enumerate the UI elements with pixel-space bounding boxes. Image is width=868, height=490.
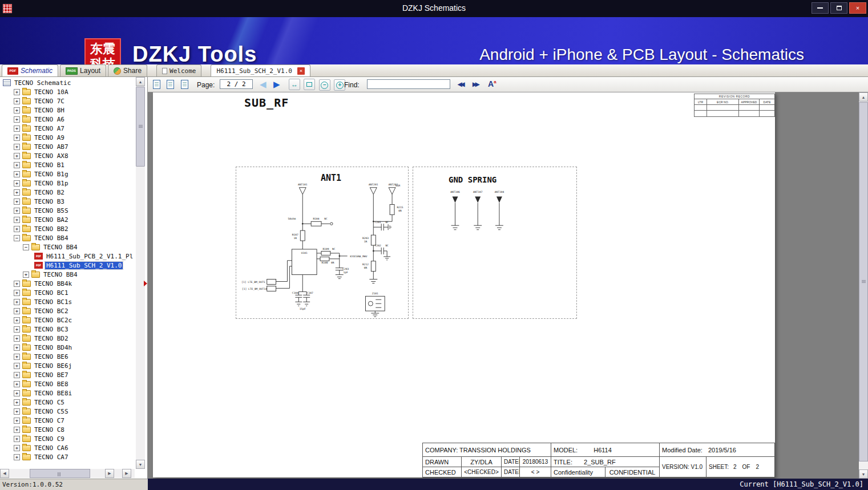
tree-folder-item[interactable]: +TECNO BA2	[0, 215, 134, 224]
tree-folder-item[interactable]: −TECNO BB4	[0, 242, 134, 252]
tree-item-label[interactable]: TECNO BC1	[33, 289, 70, 297]
tree-item-label[interactable]: TECNO CA6	[33, 444, 70, 452]
tree-item-label[interactable]: TECNO BC1s	[33, 298, 73, 306]
tree-item-label[interactable]: TECNO BE7	[33, 371, 70, 379]
scroll-down-icon[interactable]: ▼	[136, 460, 145, 469]
pages-icon[interactable]	[181, 80, 188, 89]
expand-icon[interactable]: +	[14, 208, 20, 214]
tree-item-label[interactable]: TECNO B1g	[33, 171, 70, 178]
expand-panel-icon[interactable]: ▶	[122, 469, 131, 478]
tree-folder-item[interactable]: +TECNO BE6	[0, 352, 134, 361]
scroll-left-icon[interactable]: ◀	[0, 469, 9, 478]
tree-folder-item[interactable]: +TECNO B3	[0, 197, 134, 206]
tree-folder-item[interactable]: +TECNO BD2	[0, 334, 134, 343]
tree-folder-item[interactable]: +TECNO BE7	[0, 370, 134, 379]
tree-folder-item[interactable]: +TECNO 7C	[0, 96, 134, 106]
tree-folder-item[interactable]: +TECNO BC1	[0, 288, 134, 297]
tree-item-label[interactable]: TECNO BD2	[33, 335, 70, 342]
tree-item-label[interactable]: TECNO BC2	[33, 307, 70, 315]
tree-file-item[interactable]: PDFH6111_Sub_SCH_2_V1.0	[0, 261, 134, 270]
expand-icon[interactable]: +	[14, 226, 20, 232]
tree-item-label[interactable]: TECNO C7	[33, 417, 66, 424]
find-previous-icon[interactable]: ◀◀	[458, 81, 463, 87]
expand-icon[interactable]: +	[14, 381, 20, 387]
close-tab-icon[interactable]: ×	[297, 67, 305, 75]
scroll-up-icon[interactable]: ▲	[136, 77, 145, 86]
sidebar-vertical-scrollbar[interactable]: ▲ ▼	[136, 77, 145, 469]
expand-icon[interactable]: +	[14, 399, 20, 406]
tree-item-label[interactable]: TECNO BB4k	[33, 280, 73, 287]
content-vertical-scrollbar[interactable]: ▲ ▼	[859, 92, 868, 479]
minimize-button[interactable]	[812, 2, 829, 14]
tree-folder-item[interactable]: +TECNO C7	[0, 416, 134, 425]
expand-icon[interactable]: +	[14, 162, 20, 168]
tab-share[interactable]: Share	[108, 64, 147, 76]
scroll-down-icon[interactable]: ▼	[859, 469, 868, 479]
collapse-icon[interactable]: −	[14, 235, 20, 241]
tree-item-label[interactable]: TECNO AB7	[33, 143, 70, 151]
tree-folder-item[interactable]: +TECNO BE8	[0, 379, 134, 388]
expand-icon[interactable]: +	[14, 427, 20, 433]
scrollbar-thumb[interactable]	[859, 102, 868, 461]
tab-layout[interactable]: PADS Layout	[60, 64, 106, 76]
expand-icon[interactable]: +	[14, 98, 20, 104]
tree-folder-item[interactable]: +TECNO B1g	[0, 169, 134, 179]
tree-file-item[interactable]: PDFH6111_Sub_PCB_2_V1.1_Pl	[0, 252, 134, 261]
tree-folder-item[interactable]: +TECNO BC2c	[0, 315, 134, 325]
tree-item-label[interactable]: TECNO CA7	[33, 453, 70, 461]
tree-folder-item[interactable]: +TECNO A7	[0, 124, 134, 133]
tree-item-label[interactable]: TECNO BB4	[33, 234, 70, 242]
previous-page-icon[interactable]: ◀	[260, 79, 267, 90]
tree-item-label[interactable]: TECNO AX8	[33, 152, 70, 160]
expand-icon[interactable]: +	[14, 363, 20, 369]
expand-icon[interactable]: +	[14, 436, 20, 442]
copy-page-icon[interactable]	[167, 80, 174, 89]
expand-icon[interactable]: +	[14, 199, 20, 205]
tree-item-label[interactable]: H6111_Sub_PCB_2_V1.1_Pl	[45, 253, 134, 260]
expand-icon[interactable]: +	[14, 317, 20, 323]
expand-icon[interactable]: +	[14, 326, 20, 333]
expand-icon[interactable]: +	[14, 153, 20, 159]
tree-item-label[interactable]: TECNO B5S	[33, 207, 70, 214]
tree-folder-item[interactable]: +TECNO BE8i	[0, 388, 134, 398]
tree-item-label[interactable]: TECNO B1p	[33, 180, 70, 187]
tree-folder-item[interactable]: +TECNO 10A	[0, 87, 134, 96]
expand-icon[interactable]: +	[14, 107, 20, 114]
tree-item-label[interactable]: TECNO BD4h	[33, 344, 73, 351]
tree-folder-item[interactable]: +TECNO 8H	[0, 106, 134, 115]
tab-schematic[interactable]: PDF Schematic	[2, 64, 58, 76]
tree-item-label[interactable]: TECNO B1	[33, 161, 66, 169]
tree-folder-item[interactable]: +TECNO A9	[0, 133, 134, 142]
tree-folder-item[interactable]: +TECNO A6	[0, 115, 134, 124]
tree-item-label[interactable]: TECNO C9	[33, 435, 66, 443]
single-page-icon[interactable]	[153, 80, 160, 89]
expand-icon[interactable]: +	[14, 345, 20, 351]
tree-root[interactable]: TECNO Schematic	[0, 78, 134, 87]
expand-icon[interactable]: +	[14, 135, 20, 141]
find-input[interactable]	[367, 79, 450, 89]
font-size-icon[interactable]: Aa	[488, 79, 496, 88]
tree-folder-item[interactable]: +TECNO BC1s	[0, 297, 134, 306]
tab-document-active[interactable]: H6111_Sub_SCH_2_V1.0 ×	[211, 64, 310, 76]
tree-item-label[interactable]: TECNO C5	[33, 399, 66, 406]
tree-folder-item[interactable]: +TECNO AX8	[0, 151, 134, 160]
expand-icon[interactable]: +	[14, 144, 20, 150]
tree-folder-item[interactable]: +TECNO BB4	[0, 270, 134, 279]
expand-icon[interactable]: +	[14, 281, 20, 287]
tree-item-label[interactable]: TECNO B3	[33, 198, 66, 205]
expand-icon[interactable]: +	[14, 116, 20, 123]
page-number-input[interactable]	[220, 79, 253, 89]
splitter-collapse-arrow[interactable]	[144, 281, 147, 286]
tree-folder-item[interactable]: +TECNO AB7	[0, 142, 134, 151]
tree-folder-item[interactable]: +TECNO C8	[0, 425, 134, 434]
expand-icon[interactable]: +	[14, 308, 20, 314]
tree-folder-item[interactable]: +TECNO C9	[0, 434, 134, 443]
tree-item-label[interactable]: TECNO BB4	[42, 271, 79, 278]
tree-item-label[interactable]: TECNO BA2	[33, 216, 70, 224]
tree-folder-item[interactable]: +TECNO BC2	[0, 306, 134, 315]
tree-folder-item[interactable]: +TECNO BC3	[0, 325, 134, 334]
expand-icon[interactable]: +	[14, 89, 20, 95]
tree-folder-item[interactable]: +TECNO BB4k	[0, 279, 134, 288]
expand-icon[interactable]: +	[14, 390, 20, 396]
expand-icon[interactable]: +	[14, 299, 20, 305]
